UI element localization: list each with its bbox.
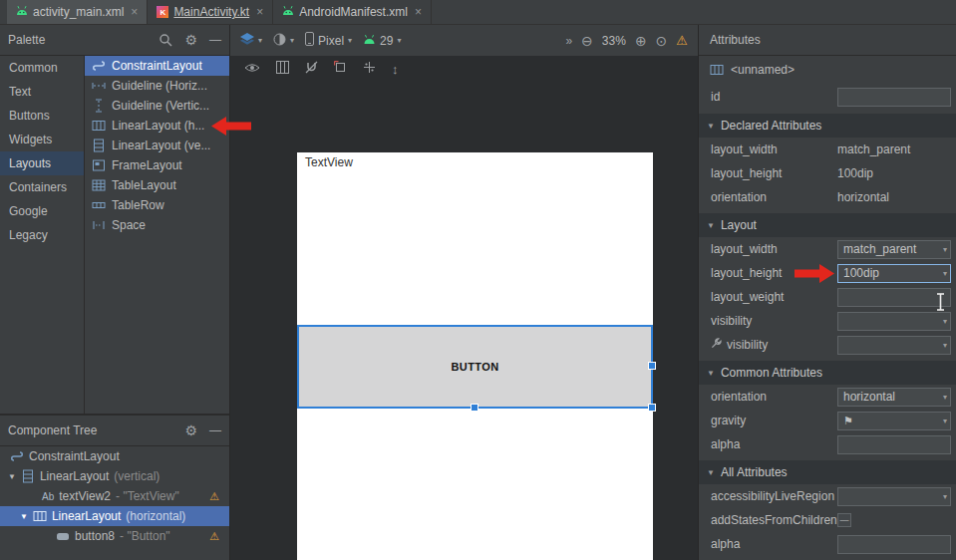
tree-item-label: LinearLayout	[40, 469, 109, 483]
selected-linearlayout[interactable]: BUTTON	[297, 325, 653, 409]
palette-item-constraintlayout[interactable]: ConstraintLayout	[85, 56, 229, 76]
palette-category-buttons[interactable]: Buttons	[0, 104, 84, 128]
layout-weight-input[interactable]	[837, 288, 951, 307]
default-margins-icon[interactable]	[334, 61, 347, 77]
palette-item-guideline-vertical[interactable]: Guideline (Vertic...	[85, 96, 229, 116]
theme-selector[interactable]: ▾	[273, 33, 294, 49]
tree-item-label: LinearLayout	[52, 509, 121, 523]
zoom-to-fit-icon[interactable]: ⊙	[656, 33, 668, 49]
chevron-down-icon[interactable]: ▼	[20, 512, 28, 521]
alpha-input[interactable]	[837, 435, 951, 454]
blueprint-toggle-icon[interactable]	[276, 61, 289, 77]
palette-item-linearlayout-vertical[interactable]: LinearLayout (ve...	[85, 136, 229, 155]
wrench-icon	[711, 338, 722, 352]
tree-item-linearlayout-vertical[interactable]: ▼ LinearLayout(vertical)	[0, 466, 229, 486]
visibility-select[interactable]: ▾	[837, 312, 951, 331]
tree-item-constraintlayout[interactable]: ConstraintLayout	[0, 446, 229, 466]
minimize-icon[interactable]: —	[209, 423, 221, 437]
palette-item-tablerow[interactable]: TableRow	[85, 195, 229, 215]
palette-category-common[interactable]: Common	[0, 56, 84, 80]
space-icon	[92, 218, 106, 232]
gear-icon[interactable]: ⚙	[184, 32, 197, 48]
attr-label-orientation: orientation	[711, 190, 837, 204]
palette-category-layouts[interactable]: Layouts	[0, 151, 84, 175]
palette-item-guideline-horizontal[interactable]: Guideline (Horiz...	[85, 76, 229, 96]
dropdown-arrow-icon: ▾	[943, 417, 947, 425]
palette-item-linearlayout-horizontal[interactable]: LinearLayout (h...	[85, 116, 229, 136]
layout-width-select[interactable]: match_parent▾	[837, 240, 951, 259]
tablerow-icon	[92, 198, 106, 212]
align-constraints-icon[interactable]	[363, 61, 376, 77]
orientation-select[interactable]: horizontal▾	[837, 388, 951, 407]
tab-label: MainActivity.kt	[173, 5, 249, 19]
warning-icon[interactable]: ⚠	[676, 33, 688, 48]
tree-item-textview2[interactable]: Ab textView2- "TextView" ⚠	[0, 486, 229, 506]
tree-item-detail: (vertical)	[114, 469, 159, 483]
tree-item-linearlayout-horizontal[interactable]: ▼ LinearLayout(horizontal)	[0, 506, 229, 526]
gravity-select[interactable]: ⚑▾	[837, 412, 951, 430]
button-widget[interactable]: BUTTON	[451, 361, 498, 373]
tab-androidmanifest-xml[interactable]: AndroidManifest.xml ×	[273, 0, 432, 24]
attributes-panel: Attributes <unnamed> id ▼ Declared Attri…	[699, 25, 956, 560]
alpha-input[interactable]	[837, 535, 951, 554]
constraintlayout-icon	[92, 59, 106, 73]
attr-value-orientation[interactable]: horizontal	[837, 190, 951, 204]
palette-category-google[interactable]: Google	[0, 199, 84, 223]
palette-category-text[interactable]: Text	[0, 80, 84, 104]
chevron-down-icon[interactable]: ▼	[8, 472, 16, 481]
layout-height-select[interactable]: 100dip▾	[837, 264, 951, 283]
close-icon[interactable]: ×	[256, 5, 263, 19]
attr-label-addstatesfromchildren: addStatesFromChildren	[711, 513, 837, 527]
autoconnect-off-magnet-icon[interactable]	[305, 61, 318, 77]
design-surface-selector[interactable]: ▾	[240, 33, 262, 49]
accessibilityliveregion-select[interactable]: ▾	[837, 487, 951, 506]
section-layout[interactable]: ▼ Layout	[699, 213, 956, 237]
addstatesfromchildren-checkbox[interactable]: —	[837, 513, 851, 527]
id-input[interactable]	[837, 88, 951, 107]
section-common-attributes[interactable]: ▼ Common Attributes	[699, 361, 956, 385]
tab-activity-main-xml[interactable]: activity_main.xml ×	[7, 0, 148, 24]
tools-visibility-select[interactable]: ▾	[837, 336, 951, 355]
close-icon[interactable]: ×	[415, 5, 422, 19]
framelayout-icon	[92, 158, 106, 172]
toolbar-overflow-icon[interactable]: »	[565, 34, 572, 48]
theme-icon	[273, 33, 286, 49]
zoom-out-icon[interactable]: ⊖	[581, 33, 593, 49]
section-all-attributes[interactable]: ▼ All Attributes	[699, 460, 956, 484]
tablelayout-icon	[92, 178, 106, 192]
palette-item-tablelayout[interactable]: TableLayout	[85, 175, 229, 195]
zoom-in-icon[interactable]: ⊕	[635, 33, 647, 49]
expand-vertical-icon[interactable]: ↕	[392, 62, 399, 77]
view-options-eye-icon[interactable]	[244, 62, 260, 76]
api-level-selector[interactable]: 29 ▾	[363, 34, 401, 48]
palette-category-legacy[interactable]: Legacy	[0, 223, 84, 247]
attr-value-layout-height[interactable]: 100dip	[837, 166, 951, 180]
warning-icon[interactable]: ⚠	[209, 530, 219, 543]
tree-item-button8[interactable]: button8- "Button" ⚠	[0, 526, 229, 546]
attr-value-layout-width[interactable]: match_parent	[837, 142, 951, 156]
component-name: <unnamed>	[731, 63, 795, 77]
device-screen-preview[interactable]: TextView BUTTON	[297, 152, 653, 560]
dropdown-arrow-icon: ▾	[943, 341, 947, 350]
warning-icon[interactable]: ⚠	[209, 490, 219, 503]
device-selector[interactable]: Pixel ▾	[305, 32, 352, 49]
close-icon[interactable]: ×	[131, 5, 138, 19]
linearlayout-vertical-icon	[92, 139, 106, 152]
resize-handle-right[interactable]	[648, 362, 656, 370]
attr-label-layout-height: layout_height	[711, 166, 837, 180]
tab-mainactivity-kt[interactable]: K MainActivity.kt ×	[148, 0, 273, 24]
minimize-icon[interactable]: —	[209, 33, 221, 47]
palette-category-widgets[interactable]: Widgets	[0, 128, 84, 151]
palette-item-space[interactable]: Space	[85, 215, 229, 235]
section-declared-attributes[interactable]: ▼ Declared Attributes	[699, 114, 956, 138]
textview-widget[interactable]: TextView	[305, 155, 353, 169]
android-file-icon	[16, 5, 28, 19]
palette-category-containers[interactable]: Containers	[0, 175, 84, 199]
resize-handle-bottom[interactable]	[471, 404, 478, 412]
gear-icon[interactable]: ⚙	[184, 422, 197, 438]
chevron-down-icon: ▼	[707, 221, 715, 230]
palette-item-framelayout[interactable]: FrameLayout	[85, 155, 229, 175]
editor-tabbar: activity_main.xml × K MainActivity.kt × …	[0, 0, 956, 25]
resize-handle-bottom-right[interactable]	[648, 404, 656, 412]
search-icon[interactable]	[159, 33, 172, 47]
